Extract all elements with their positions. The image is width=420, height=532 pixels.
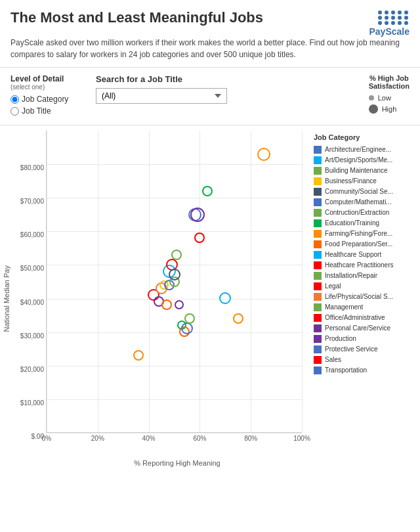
- chart-plot: $.00$10,000$20,000$30,000$40,000$50,000$…: [46, 131, 302, 433]
- legend-item-label: Management: [325, 303, 363, 311]
- legend-row: Food Preparation/Ser...: [314, 240, 415, 248]
- grid-line-h: [47, 164, 302, 165]
- bubble[interactable]: [257, 148, 270, 161]
- legend-color-box: [314, 272, 322, 280]
- legend-color-box: [314, 188, 322, 196]
- legend-item-label: Protective Service: [325, 345, 378, 353]
- bubble[interactable]: [175, 300, 184, 309]
- satisfaction-low-item: Low: [369, 94, 410, 102]
- payscale-logo: PayScale: [369, 11, 410, 37]
- legend-section: Job Category Architecture/Enginee...Art/…: [308, 131, 420, 467]
- legend-item-label: Office/Administrative: [325, 313, 385, 322]
- grid-line-v: [47, 131, 47, 432]
- legend-row: Community/Social Se...: [314, 187, 415, 196]
- legend-color-box: [314, 240, 322, 248]
- search-select[interactable]: (All): [96, 88, 227, 104]
- legend-row: Transportation: [314, 366, 415, 374]
- radio-job-title-label: Job Title: [22, 106, 51, 116]
- legend-row: Healthcare Support: [314, 250, 415, 259]
- legend-row: Life/Physical/Social S...: [314, 292, 415, 301]
- y-tick-label: $50,000: [20, 265, 44, 272]
- legend-item-label: Healthcare Support: [325, 250, 381, 259]
- bubble[interactable]: [161, 299, 172, 310]
- level-of-detail: Level of Detail (select one) Job Categor…: [10, 74, 83, 118]
- legend-color-box: [314, 156, 322, 164]
- chart-wrapper: $.00$10,000$20,000$30,000$40,000$50,000$…: [13, 131, 308, 467]
- legend-item-label: Building Maintenance: [325, 166, 388, 175]
- legend-item-label: Contruction/Extraction: [325, 208, 389, 217]
- legend-row: Production: [314, 334, 415, 343]
- radio-job-category-item[interactable]: Job Category: [10, 95, 83, 104]
- header-section: The Most and Least Meaningful Jobs PaySc…: [0, 0, 420, 68]
- legend-item-label: Community/Social Se...: [325, 187, 393, 196]
- legend-color-box: [314, 146, 322, 154]
- radio-job-category[interactable]: [10, 95, 19, 104]
- y-tick-label: $80,000: [20, 164, 44, 171]
- legend-item-label: Computer/Mathemati...: [325, 198, 392, 206]
- bubble[interactable]: [184, 313, 195, 324]
- bubble[interactable]: [190, 208, 205, 222]
- grid-line-v: [200, 131, 200, 432]
- legend-row: Farming/Fishing/Fore...: [314, 229, 415, 238]
- legend-color-box: [314, 209, 322, 217]
- x-axis-label: % Reporting High Meaning: [46, 459, 308, 467]
- y-axis-label: National Median Pay: [0, 265, 13, 332]
- radio-job-title[interactable]: [10, 107, 19, 116]
- bubble[interactable]: [219, 292, 231, 304]
- legend-item-label: Heathcare Practitioners: [325, 261, 394, 269]
- legend-row: Contruction/Extraction: [314, 208, 415, 217]
- x-tick-label: 80%: [244, 435, 257, 442]
- y-tick-label: $20,000: [20, 365, 44, 372]
- page-title: The Most and Least Meaningful Jobs: [10, 9, 369, 26]
- payscale-brand: PayScale: [369, 26, 410, 37]
- legend-color-box: [314, 356, 322, 364]
- satisfaction-high-item: High: [369, 104, 410, 114]
- legend-item-label: Art/Design/Sports/Me...: [325, 156, 392, 164]
- bubble[interactable]: [233, 313, 243, 324]
- legend-row: Personal Care/Service: [314, 324, 415, 332]
- grid-line-v: [302, 131, 303, 432]
- legend-color-box: [314, 219, 322, 227]
- bubble[interactable]: [194, 233, 205, 243]
- legend-item-label: Legal: [325, 282, 341, 290]
- legend-row: Heathcare Practitioners: [314, 261, 415, 269]
- legend-title: Job Category: [314, 133, 415, 141]
- legend-item-label: Production: [325, 334, 356, 343]
- bubble[interactable]: [133, 350, 144, 361]
- legend-item-label: Life/Physical/Social S...: [325, 292, 393, 301]
- legend-color-box: [314, 324, 322, 332]
- payscale-dots: [378, 11, 410, 25]
- legend-row: Office/Administrative: [314, 313, 415, 322]
- satisfaction-low-dot: [369, 95, 374, 100]
- legend-item-label: Personal Care/Service: [325, 324, 390, 332]
- bubble[interactable]: [171, 250, 182, 260]
- y-tick-label: $30,000: [20, 332, 44, 339]
- bubble[interactable]: [169, 269, 180, 280]
- radio-job-title-item[interactable]: Job Title: [10, 106, 83, 116]
- legend-color-box: [314, 198, 322, 206]
- y-tick-label: $40,000: [20, 298, 44, 305]
- legend-item-label: Food Preparation/Ser...: [325, 240, 392, 248]
- x-tick-label: 100%: [293, 435, 310, 442]
- grid-line-h: [47, 366, 302, 366]
- bubble[interactable]: [181, 322, 193, 334]
- radio-job-category-label: Job Category: [22, 95, 68, 104]
- bubble[interactable]: [202, 186, 213, 196]
- legend-row: Management: [314, 303, 415, 311]
- legend-color-box: [314, 303, 322, 311]
- search-section: Search for a Job Title (All): [96, 74, 356, 104]
- legend-color-box: [314, 293, 322, 301]
- legend-color-box: [314, 230, 322, 238]
- legend-row: Art/Design/Sports/Me...: [314, 156, 415, 164]
- legend-color-box: [314, 345, 322, 353]
- chart-area: National Median Pay $.00$10,000$20,000$3…: [0, 125, 420, 467]
- satisfaction-low-label: Low: [378, 94, 391, 102]
- grid-line-h: [47, 299, 302, 299]
- y-tick-label: $70,000: [20, 198, 44, 205]
- legend-row: Business/Finance: [314, 177, 415, 185]
- x-tick-label: 40%: [142, 435, 156, 442]
- grid-line-v: [251, 131, 251, 432]
- legend-color-box: [314, 314, 322, 322]
- grid-line-h: [47, 198, 302, 198]
- satisfaction-high-label: High: [382, 105, 397, 113]
